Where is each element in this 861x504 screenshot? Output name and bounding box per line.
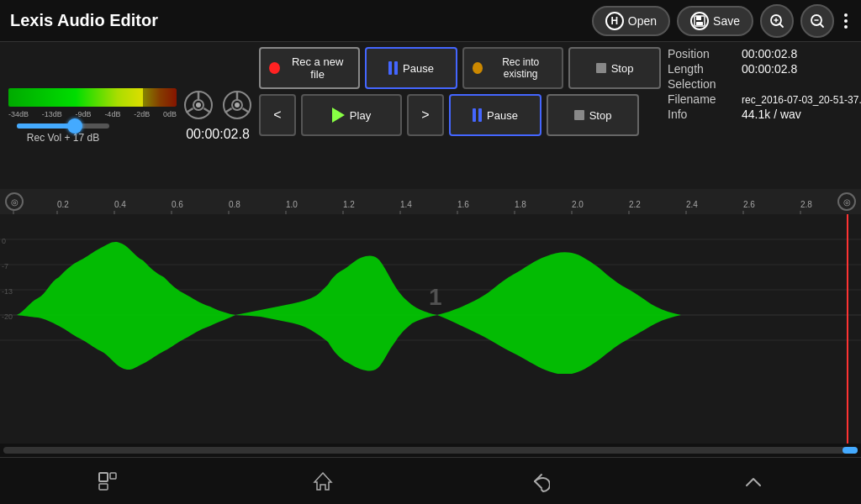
more-dot — [844, 13, 848, 17]
position-label: Position — [668, 47, 735, 60]
pause-icon-2 — [473, 108, 482, 122]
svg-text:2.4: 2.4 — [686, 200, 698, 209]
rec-new-file-button[interactable]: Rec a new file — [259, 47, 360, 89]
stop-button-2[interactable]: Stop — [547, 94, 639, 136]
save-button[interactable]: Save — [677, 6, 753, 36]
play-button[interactable]: Play — [301, 94, 402, 136]
nav-minimize-button[interactable] — [728, 463, 779, 500]
save-label: Save — [713, 14, 740, 28]
pin-right-icon: ◎ — [837, 192, 856, 211]
pause-bar-left-2 — [473, 108, 476, 122]
waveform-section: ◎ 0 0.2 0.4 0.6 0.8 — [0, 189, 861, 457]
svg-text:0.2: 0.2 — [57, 200, 69, 209]
scrollbar-track[interactable] — [3, 447, 858, 454]
length-label: Length — [668, 62, 735, 76]
svg-text:1.6: 1.6 — [457, 200, 469, 209]
nav-home-button[interactable] — [298, 463, 348, 500]
header-actions: H Open Save — [592, 4, 851, 38]
pause-label-1: Pause — [403, 62, 434, 75]
waveform-wrapper: ◎ 0 0.2 0.4 0.6 0.8 — [0, 189, 861, 457]
svg-text:2.2: 2.2 — [629, 200, 641, 209]
play-icon — [332, 108, 345, 123]
pause-button-1[interactable]: Pause — [365, 47, 457, 89]
prev-label: < — [273, 108, 281, 123]
buttons-row-1: Rec a new file Pause Rec into existing S… — [259, 47, 661, 89]
stop-label-2: Stop — [589, 109, 612, 122]
more-dot — [844, 19, 848, 23]
vu-label-2: -9dB — [76, 110, 92, 118]
vu-label-3: -4dB — [104, 110, 120, 118]
search-zoom-in-button[interactable] — [760, 4, 794, 38]
svg-line-8 — [821, 24, 824, 27]
header: Lexis Audio Editor H Open Save — [0, 0, 861, 42]
more-menu-button[interactable] — [841, 10, 851, 32]
svg-line-20 — [225, 108, 232, 113]
pause-bar-right — [394, 61, 398, 75]
search-zoom-out-button[interactable] — [800, 4, 834, 38]
pin-right[interactable]: ◎ — [837, 192, 856, 211]
svg-rect-2 — [696, 22, 703, 25]
pause-button-2[interactable]: Pause — [449, 94, 541, 136]
scrollbar-thumb[interactable] — [843, 447, 858, 454]
position-value: 00:00:02.8 — [742, 47, 797, 60]
selection-row: Selection — [668, 77, 861, 91]
svg-rect-66 — [110, 473, 116, 479]
svg-text:1.8: 1.8 — [515, 200, 526, 209]
vu-label-5: 0dB — [163, 110, 177, 118]
svg-text:-20: -20 — [2, 312, 13, 321]
next-label: > — [421, 108, 429, 123]
bottom-nav — [0, 457, 861, 504]
stop-button-1[interactable]: Stop — [568, 47, 661, 89]
rec-new-file-label: Rec a new file — [285, 55, 350, 81]
pin-left[interactable]: ◎ — [5, 192, 24, 211]
playhead-line — [847, 214, 848, 444]
svg-text:2.0: 2.0 — [572, 200, 584, 209]
nav-back-button[interactable] — [513, 463, 563, 500]
waveform-canvas[interactable]: 0 -7 -13 -20 1 — [0, 214, 861, 444]
open-icon: H — [605, 12, 624, 30]
vol-slider-track[interactable] — [17, 123, 109, 129]
vu-vol-section: -34dB -13dB -9dB -4dB -2dB 0dB Rec Vol +… — [8, 47, 177, 184]
vu-labels: -34dB -13dB -9dB -4dB -2dB 0dB — [8, 110, 177, 118]
app-title: Lexis Audio Editor — [10, 11, 158, 30]
vu-label-1: -13dB — [42, 110, 62, 118]
length-row: Length 00:00:02.8 — [668, 62, 861, 76]
waveform-svg: 0 -7 -13 -20 1 — [0, 214, 861, 374]
timer-display: 00:00:02.8 — [183, 47, 252, 184]
timeline-ruler: ◎ 0 0.2 0.4 0.6 0.8 — [0, 189, 861, 214]
info-value-text: 44.1k / wav — [742, 108, 801, 121]
svg-rect-64 — [99, 473, 108, 481]
more-dot — [844, 25, 848, 29]
svg-rect-22 — [0, 189, 861, 214]
prev-button[interactable]: < — [259, 94, 296, 136]
svg-text:1.4: 1.4 — [400, 200, 412, 209]
rec-into-existing-button[interactable]: Rec into existing — [462, 47, 563, 89]
svg-text:0.8: 0.8 — [229, 200, 240, 209]
svg-text:1.2: 1.2 — [343, 200, 355, 209]
svg-text:-13: -13 — [2, 287, 13, 296]
svg-point-12 — [196, 102, 201, 108]
next-button[interactable]: > — [407, 94, 444, 136]
svg-text:2.6: 2.6 — [743, 200, 755, 209]
recent-apps-icon — [97, 470, 119, 492]
stop-icon-1 — [596, 63, 606, 73]
reel-left-icon — [183, 90, 214, 120]
rec-into-existing-label: Rec into existing — [488, 56, 553, 80]
svg-marker-67 — [314, 473, 331, 490]
open-button[interactable]: H Open — [592, 6, 670, 36]
nav-recent-apps-button[interactable] — [82, 463, 133, 500]
info-row: Info 44.1k / wav — [668, 108, 861, 121]
length-value: 00:00:02.8 — [742, 62, 797, 76]
svg-text:0.6: 0.6 — [172, 200, 183, 209]
ruler-content: ◎ 0 0.2 0.4 0.6 0.8 — [0, 189, 861, 214]
vu-bar — [8, 88, 177, 107]
svg-text:2.8: 2.8 — [800, 200, 812, 209]
svg-text:0: 0 — [2, 237, 6, 245]
vol-slider-thumb[interactable] — [67, 118, 82, 134]
selection-label: Selection — [668, 77, 735, 91]
vu-label-4: -2dB — [134, 110, 150, 118]
waveform-scrollbar[interactable] — [0, 444, 861, 457]
vol-control: Rec Vol + 17 dB — [8, 123, 118, 144]
vol-label: Rec Vol + 17 dB — [27, 132, 99, 144]
pause-label-2: Pause — [487, 109, 518, 122]
